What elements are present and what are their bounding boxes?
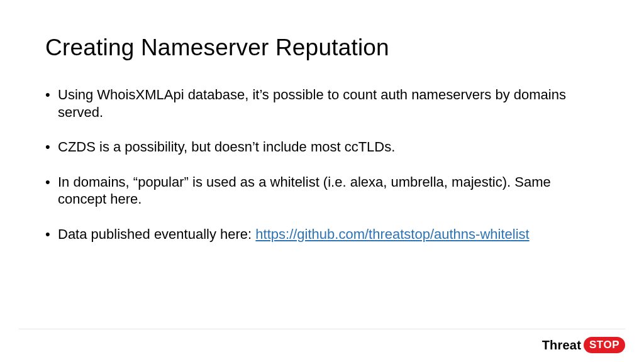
list-item: CZDS is a possibility, but doesn’t inclu… bbox=[45, 138, 599, 156]
logo-text-threat: Threat bbox=[542, 338, 581, 353]
bullet-list: Using WhoisXMLApi database, it’s possibl… bbox=[45, 86, 599, 243]
list-item: Using WhoisXMLApi database, it’s possibl… bbox=[45, 86, 599, 121]
logo-badge-stop: STOP bbox=[584, 337, 625, 353]
bullet-text: CZDS is a possibility, but doesn’t inclu… bbox=[58, 139, 395, 155]
threatstop-logo: Threat STOP bbox=[542, 337, 625, 353]
bullet-text: Data published eventually here: bbox=[58, 226, 255, 242]
bullet-text: Using WhoisXMLApi database, it’s possibl… bbox=[58, 87, 566, 120]
slide-title: Creating Nameserver Reputation bbox=[45, 35, 599, 61]
list-item: In domains, “popular” is used as a white… bbox=[45, 173, 599, 208]
slide: Creating Nameserver Reputation Using Who… bbox=[0, 0, 644, 362]
footer-divider bbox=[19, 329, 625, 329]
list-item: Data published eventually here: https://… bbox=[45, 226, 599, 243]
bullet-text: In domains, “popular” is used as a white… bbox=[58, 174, 551, 207]
github-link[interactable]: https://github.com/threatstop/authns-whi… bbox=[255, 226, 529, 242]
